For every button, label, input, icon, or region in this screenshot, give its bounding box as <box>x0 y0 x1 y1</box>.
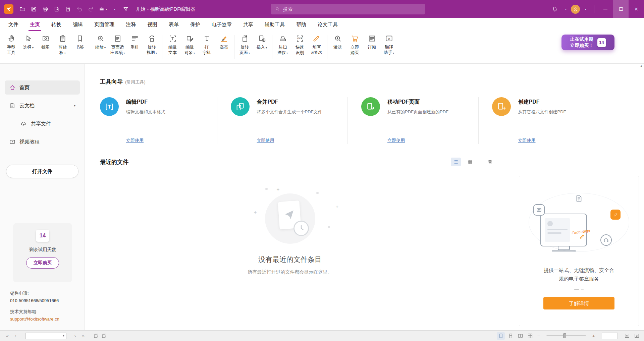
minimize-button[interactable] <box>598 0 613 18</box>
menu-edit[interactable]: 编辑 <box>67 18 89 31</box>
maximize-button[interactable] <box>613 0 629 18</box>
search-input[interactable] <box>283 6 421 12</box>
chevron-down-icon[interactable]: ▾ <box>61 333 66 339</box>
tool-rotate-view[interactable]: 旋转视图▾ <box>143 32 160 63</box>
menu-page-management[interactable]: 页面管理 <box>89 18 120 31</box>
account-caret[interactable]: ▾ <box>580 4 590 14</box>
tool-bookmark[interactable]: 书签 <box>71 32 88 63</box>
grid-view-button[interactable] <box>465 158 475 166</box>
scrollbar-up-arrow[interactable]: ▲ <box>639 64 643 67</box>
first-page-button[interactable]: « <box>3 332 11 340</box>
user-avatar[interactable] <box>571 5 580 14</box>
fit-width-button[interactable] <box>623 332 631 340</box>
redo-button[interactable] <box>86 4 96 14</box>
card-move-pdf-pages[interactable]: 移动PDF页面 从已有的PDF页面创建新的PDF 立即使用 <box>347 97 478 144</box>
next-page-button[interactable]: › <box>71 332 79 340</box>
single-page-view-button[interactable] <box>497 332 505 340</box>
continuous-view-button[interactable] <box>506 332 515 340</box>
menu-accessibility[interactable]: 辅助工具 <box>259 18 290 31</box>
tool-buy-now[interactable]: 立即购买 <box>346 32 363 63</box>
customize-toolbar-button[interactable]: ▾ <box>109 4 119 14</box>
clock-icon <box>293 221 309 236</box>
clear-recent-button[interactable] <box>485 158 495 166</box>
duplicate-page-button[interactable] <box>100 332 108 340</box>
notifications-caret[interactable]: ▾ <box>560 4 571 14</box>
card-create-pdf[interactable]: 创建PDF 从其它格式文件创建PDF 立即使用 <box>478 97 609 144</box>
carousel-dot[interactable] <box>574 289 579 290</box>
save-button[interactable] <box>29 4 39 14</box>
list-view-button[interactable] <box>451 158 461 166</box>
menu-help[interactable]: 帮助 <box>290 18 312 31</box>
notifications-button[interactable] <box>550 4 560 14</box>
use-now-link[interactable]: 立即使用 <box>387 137 405 144</box>
last-page-button[interactable]: » <box>79 332 87 340</box>
sidebar-item-cloud-docs[interactable]: 云文档 ▾ <box>5 99 80 113</box>
tool-select[interactable]: 选择▾ <box>20 32 37 63</box>
card-merge-pdf[interactable]: 合并PDF 将多个文件合并生成一个PDF文件 立即使用 <box>217 97 348 144</box>
menu-view[interactable]: 视图 <box>142 18 163 31</box>
menu-file[interactable]: 文件 <box>3 18 24 31</box>
zoom-slider-thumb[interactable] <box>563 333 566 338</box>
tool-translate-assistant[interactable]: 翻译助手▾ <box>380 32 397 63</box>
carousel-dot[interactable] <box>581 289 584 290</box>
tool-edit-object[interactable]: 编辑对象▾ <box>181 32 198 63</box>
menu-esign[interactable]: 电子签章 <box>206 18 237 31</box>
prev-page-button[interactable]: ‹ <box>11 332 19 340</box>
trial-buy-banner[interactable]: 正在试用期 立即购买！ 14 <box>561 35 614 50</box>
sidebar-item-video-tutorials[interactable]: 视频教程 <box>5 135 80 149</box>
print-button[interactable] <box>40 4 50 14</box>
chevron-down-icon[interactable]: ▾ <box>74 104 75 107</box>
tool-reflow[interactable]: 重排 <box>126 32 143 63</box>
menu-share[interactable]: 共享 <box>237 18 259 31</box>
tool-edit-text[interactable]: 编辑文本 <box>164 32 181 63</box>
share-doc-button[interactable] <box>63 4 73 14</box>
use-now-link[interactable]: 立即使用 <box>126 137 144 144</box>
tool-from-scanner[interactable]: 从扫描仪▾ <box>274 32 291 63</box>
menu-comment[interactable]: 注释 <box>120 18 142 31</box>
tool-rotate-pages[interactable]: 旋转页面▾ <box>236 32 253 63</box>
menu-form[interactable]: 表单 <box>163 18 184 31</box>
tool-quick-ocr[interactable]: 快速识别 <box>291 32 308 63</box>
two-page-view-button[interactable] <box>516 332 524 340</box>
buy-now-button[interactable]: 立即购买 <box>26 257 59 269</box>
tool-insert-pages[interactable]: 插入▾ <box>253 32 270 63</box>
sidebar-item-home[interactable]: 首页 <box>5 80 80 95</box>
tool-activate[interactable]: 激活 <box>329 32 346 63</box>
tool-subscribe[interactable]: 订阅 <box>363 32 380 63</box>
open-file-button-sidebar[interactable]: 打开文件 <box>6 165 78 178</box>
close-button[interactable]: × <box>629 0 644 18</box>
two-page-continuous-button[interactable] <box>526 332 534 340</box>
learn-more-button[interactable]: 了解详情 <box>543 297 614 309</box>
carousel-dots[interactable] <box>519 289 639 290</box>
zoom-out-button[interactable]: − <box>536 333 542 339</box>
undo-button[interactable] <box>74 4 85 14</box>
zoom-in-button[interactable]: + <box>591 333 597 339</box>
sidebar-item-shared-files[interactable]: 共享文件 <box>5 117 80 131</box>
page-number-input[interactable] <box>26 333 61 339</box>
menu-protect[interactable]: 保护 <box>184 18 206 31</box>
tool-snapshot[interactable]: 截图 <box>37 32 54 63</box>
global-search-box[interactable] <box>271 4 425 14</box>
tool-typewriter[interactable]: 打字机 <box>198 32 215 63</box>
card-edit-pdf[interactable]: 编辑PDF 编辑文档和文本格式 立即使用 <box>100 97 217 144</box>
zoom-slider[interactable] <box>546 335 586 336</box>
tool-clipboard[interactable]: 剪贴板▾ <box>54 32 71 63</box>
collapse-ribbon-button[interactable] <box>121 4 131 14</box>
fit-page-button[interactable] <box>633 332 641 340</box>
menu-home[interactable]: 主页 <box>24 18 46 31</box>
zoom-level-input[interactable] <box>602 333 618 339</box>
menu-convert[interactable]: 转换 <box>46 18 67 31</box>
copy-page-button[interactable] <box>92 332 100 340</box>
export-button[interactable] <box>52 4 62 14</box>
support-email[interactable]: support@foxitsoftware.cn <box>10 316 59 323</box>
stamp-tool-button[interactable]: ▾ <box>97 4 108 14</box>
open-file-button[interactable] <box>17 4 28 14</box>
tool-highlight[interactable]: 高亮 <box>215 32 232 63</box>
use-now-link[interactable]: 立即使用 <box>518 137 536 144</box>
use-now-link[interactable]: 立即使用 <box>257 137 274 144</box>
menu-paper-tools[interactable]: 论文工具 <box>312 18 343 31</box>
tool-hand[interactable]: 手型工具 <box>3 32 20 63</box>
tool-fill-sign[interactable]: 填写&签名 <box>308 32 325 63</box>
tool-zoom[interactable]: 缩放▾ <box>92 32 109 63</box>
tool-fit-options[interactable]: 页面适应选项▾ <box>109 32 126 63</box>
